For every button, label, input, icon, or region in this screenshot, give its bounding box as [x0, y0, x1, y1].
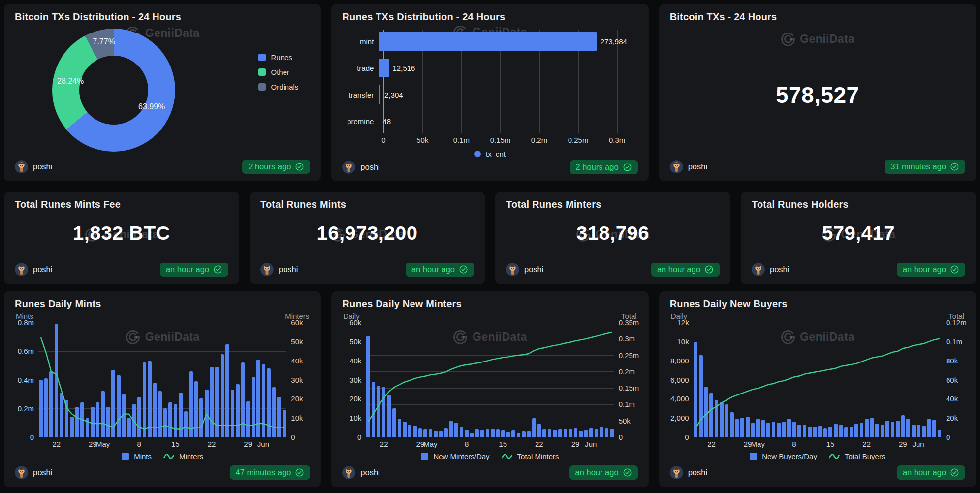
check-circle-icon [295, 162, 304, 171]
author-name: poshi [688, 162, 707, 171]
updated-badge[interactable]: 2 hours ago [570, 160, 638, 174]
author[interactable]: poshi [670, 466, 707, 479]
x-tick-label: 22 [707, 440, 716, 448]
x-tick-label: 50k [416, 136, 428, 144]
author[interactable]: poshi [752, 263, 789, 276]
legend-swatch [421, 453, 428, 460]
card-footer: poshi an hour ago [670, 462, 965, 482]
bar-value-label: 48 [382, 117, 391, 126]
stat-body: GeniiData 318,796 [506, 210, 720, 260]
axis-tick-label: 0 [286, 433, 310, 441]
author[interactable]: poshi [342, 161, 379, 174]
card-title: Total Runes Holders [752, 199, 965, 210]
line-series[interactable] [38, 323, 286, 437]
legend-item-line[interactable]: Total Buyers [829, 452, 885, 460]
author[interactable]: poshi [342, 466, 379, 479]
bar[interactable] [379, 32, 596, 51]
author[interactable]: poshi [670, 160, 707, 173]
card-footer: poshi an hour ago [752, 260, 965, 279]
check-circle-icon [950, 468, 959, 477]
stat-value: 578,527 [670, 82, 965, 108]
x-tick-label: 22 [535, 440, 543, 448]
plot-area[interactable] [366, 323, 614, 437]
legend-item-runes[interactable]: Runes [258, 53, 298, 62]
updated-text: an hour ago [575, 468, 619, 477]
card-footer: poshi an hour ago [260, 260, 474, 279]
author[interactable]: poshi [15, 263, 52, 276]
avatar [342, 466, 355, 479]
stat-value: 579,417 [752, 222, 965, 244]
updated-badge[interactable]: an hour ago [651, 263, 720, 277]
legend-label: Minters [179, 452, 203, 460]
author-name: poshi [688, 468, 707, 477]
author[interactable]: poshi [260, 263, 298, 276]
axis-tick-label: 50k [342, 337, 366, 346]
line-series[interactable] [366, 323, 614, 437]
hbar-row[interactable]: mint273,984 [342, 30, 637, 53]
updated-badge[interactable]: an hour ago [406, 263, 474, 277]
x-tick-label: 8 [792, 440, 796, 448]
updated-text: an hour ago [657, 265, 700, 274]
hbar-rows[interactable]: mint273,984trade12,516transfer2,304premi… [342, 28, 637, 133]
avatar [752, 263, 765, 276]
axis-tick-label: 10k [286, 414, 310, 422]
plot-area[interactable] [38, 323, 286, 437]
legend-item-other[interactable]: Other [258, 68, 298, 76]
bar[interactable] [379, 59, 388, 77]
bar-track: 273,984 [379, 32, 617, 51]
updated-badge[interactable]: an hour ago [160, 263, 228, 277]
axis-tick-label: 10k [342, 414, 366, 422]
legend-item-line[interactable]: Minters [163, 452, 203, 460]
updated-badge[interactable]: an hour ago [569, 465, 638, 480]
legend-item-bars[interactable]: New Buyers/Day [750, 452, 817, 460]
avatar [15, 160, 28, 173]
card-bitcoin-txs: Bitcoin TXs - 24 Hours GeniiData 578,527… [659, 4, 976, 181]
updated-badge[interactable]: 31 minutes ago [885, 160, 965, 174]
hbar-row[interactable]: trade12,516 [342, 56, 637, 80]
author[interactable]: poshi [15, 466, 52, 479]
hbar-chart[interactable]: mint273,984trade12,516transfer2,304premi… [342, 28, 637, 158]
author-name: poshi [360, 468, 379, 477]
donut[interactable]: 63.99% 28.24% 7.77% [52, 29, 175, 152]
updated-badge[interactable]: an hour ago [897, 465, 965, 480]
check-circle-icon [950, 265, 959, 274]
dashboard: Bitcoin TXs Distribution - 24 Hours Geni… [0, 0, 980, 493]
legend-item-bars[interactable]: Mints [122, 452, 152, 460]
bar[interactable] [379, 85, 380, 104]
card-title: Bitcoin TXs Distribution - 24 Hours [15, 11, 310, 23]
axis-tick-label: 20k [942, 414, 965, 422]
stat-value: 16,973,200 [260, 222, 474, 244]
legend-item-bars[interactable]: New Minters/Day [421, 452, 489, 460]
updated-badge[interactable]: 2 hours ago [242, 160, 310, 174]
donut-chart[interactable]: 63.99% 28.24% 7.77% Runes Other Ordinals [15, 23, 310, 157]
plot-area[interactable] [694, 323, 942, 437]
line-series[interactable] [694, 323, 942, 437]
x-tick-label: 29 [244, 440, 252, 448]
combo-chart-daily-mints[interactable]: GeniiData Mints Minters 0.8m0.6m0.4m0.2m… [15, 312, 310, 462]
category-label: premine [342, 117, 379, 126]
author[interactable]: poshi [506, 263, 543, 276]
card-footer: poshi 47 minutes ago [15, 462, 310, 482]
chart-legend[interactable]: tx_cnt [342, 150, 637, 158]
hbar-row[interactable]: transfer2,304 [342, 83, 637, 106]
combo-chart-new-buyers[interactable]: GeniiData Daily Total 12k10k8,0006,0004,… [670, 312, 965, 462]
avatar [260, 263, 274, 276]
card-title: Runes Daily New Minters [342, 298, 637, 310]
updated-badge[interactable]: an hour ago [897, 263, 965, 277]
legend-item-ordinals[interactable]: Ordinals [258, 83, 298, 91]
legend-item-tx-cnt[interactable]: tx_cnt [474, 150, 506, 158]
x-axis-labels: 2229May8152229Jun [366, 437, 614, 449]
updated-badge[interactable]: 47 minutes ago [230, 465, 311, 480]
axis-tick-label: 0.25m [614, 351, 638, 360]
left-axis-ticks: 60k50k40k30k20k10k0 [342, 323, 366, 437]
hbar-row[interactable]: premine48 [342, 109, 637, 133]
legend-item-line[interactable]: Total Minters [502, 452, 559, 460]
author[interactable]: poshi [15, 160, 52, 173]
axis-tick-label: 50k [286, 337, 310, 346]
legend-swatch [750, 453, 757, 460]
axis-tick-label: 80k [942, 357, 965, 365]
bar-track: 12,516 [379, 59, 617, 77]
updated-text: an hour ago [903, 468, 946, 477]
combo-chart-new-minters[interactable]: GeniiData Daily Total 60k50k40k30k20k10k… [342, 312, 637, 462]
legend-label: Mints [134, 452, 152, 460]
